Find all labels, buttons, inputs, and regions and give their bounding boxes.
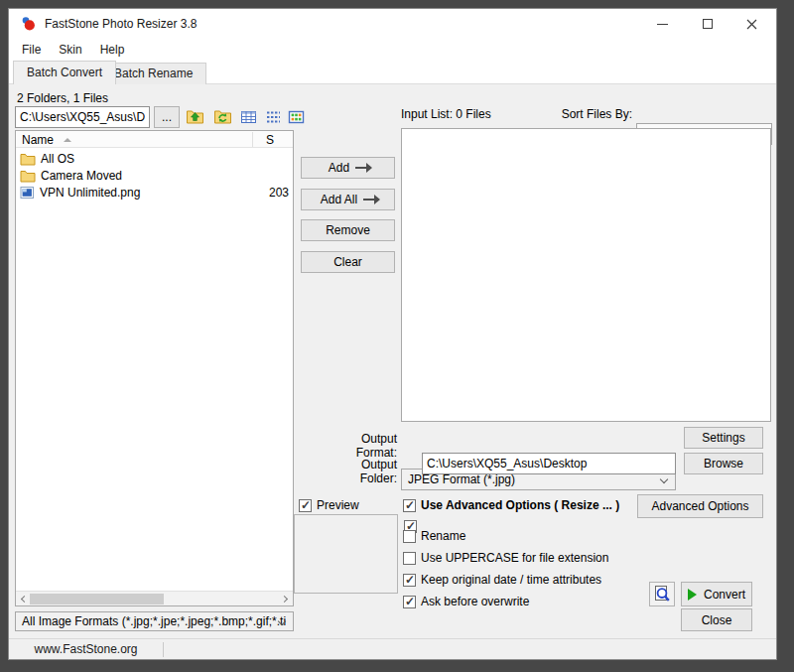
- uppercase-option[interactable]: Use UPPERCASE for file extension: [403, 551, 608, 565]
- file-list[interactable]: Name S All OS Camera Moved VPN Unlimited…: [15, 130, 294, 606]
- format-filter-select[interactable]: All Image Formats (*.jpg;*.jpe;*.jpeg;*.…: [15, 611, 294, 631]
- output-format-value: JPEG Format (*.jpg): [408, 472, 515, 486]
- thumbnail-view-icon: [288, 109, 305, 125]
- sort-ascending-icon: [64, 138, 71, 142]
- rename-option[interactable]: Rename: [403, 529, 465, 543]
- path-browse-button[interactable]: ...: [154, 106, 180, 128]
- format-filter-value: All Image Formats (*.jpg;*.jpe;*.jpeg;*.…: [22, 614, 286, 628]
- tab-batch-rename[interactable]: Batch Rename: [100, 63, 206, 84]
- close-button[interactable]: Close: [681, 608, 752, 631]
- column-size[interactable]: S: [266, 133, 274, 147]
- use-advanced-options-checkbox[interactable]: [403, 499, 416, 512]
- arrow-right-icon: [355, 167, 367, 169]
- keep-date-label: Keep original date / time attributes: [421, 573, 601, 587]
- scrollbar-thumb[interactable]: [30, 594, 164, 605]
- horizontal-scrollbar[interactable]: [16, 591, 293, 605]
- input-list-box[interactable]: [401, 128, 771, 422]
- folder-icon: [20, 169, 36, 183]
- remove-button[interactable]: Remove: [301, 219, 395, 241]
- chevron-left-icon: [21, 595, 28, 602]
- rename-label: Rename: [421, 529, 465, 543]
- app-logo-icon: [21, 16, 37, 32]
- details-view-button[interactable]: [240, 109, 258, 125]
- scroll-right-button[interactable]: [278, 592, 293, 605]
- settings-button[interactable]: Settings: [684, 427, 763, 449]
- file-name: Camera Moved: [41, 169, 122, 183]
- preview-result-button[interactable]: [649, 582, 675, 606]
- dashed-arrow-right-icon: [363, 199, 375, 201]
- file-row[interactable]: All OS: [16, 150, 293, 167]
- refresh-button[interactable]: [213, 108, 233, 126]
- thumbnail-view-button[interactable]: [288, 109, 306, 125]
- file-list-header: Name S: [16, 131, 293, 148]
- window-title: FastStone Photo Resizer 3.8: [45, 17, 197, 31]
- browse-button[interactable]: Browse: [684, 453, 763, 474]
- keep-date-checkbox[interactable]: [403, 574, 416, 587]
- menu-help[interactable]: Help: [91, 41, 134, 59]
- use-advanced-options-label: Use Advanced Options ( Resize ... ): [421, 498, 619, 512]
- sort-files-label: Sort Files By:: [401, 107, 632, 121]
- tab-strip: Batch Convert Batch Rename: [9, 61, 776, 84]
- output-format-label: Output Format:: [323, 432, 397, 460]
- minimize-icon: [657, 24, 668, 25]
- maximize-icon: [703, 19, 713, 29]
- folder-icon: [20, 152, 36, 166]
- folder-up-icon: [186, 108, 204, 125]
- add-label: Add: [329, 161, 349, 175]
- ask-overwrite-checkbox[interactable]: [403, 596, 416, 608]
- add-all-label: Add All: [321, 193, 357, 206]
- file-name: VPN Unlimited.png: [40, 186, 140, 200]
- details-view-icon: [240, 109, 257, 125]
- tab-batch-convert[interactable]: Batch Convert: [13, 61, 116, 84]
- keep-date-option[interactable]: Keep original date / time attributes: [403, 573, 601, 587]
- scroll-left-button[interactable]: [16, 592, 31, 605]
- menu-file[interactable]: File: [13, 41, 50, 59]
- chevron-down-icon: [660, 475, 668, 483]
- menu-skin[interactable]: Skin: [50, 41, 90, 59]
- file-row[interactable]: Camera Moved: [16, 167, 293, 184]
- preview-magnifier-icon: [653, 585, 671, 604]
- close-window-button[interactable]: [729, 9, 774, 39]
- file-size: 203: [269, 186, 289, 200]
- file-row[interactable]: VPN Unlimited.png 203: [16, 184, 293, 201]
- file-name: All OS: [41, 152, 74, 166]
- folder-up-button[interactable]: [186, 108, 205, 126]
- title-bar: FastStone Photo Resizer 3.8: [9, 9, 776, 39]
- column-name[interactable]: Name: [22, 133, 54, 147]
- ask-overwrite-option[interactable]: Ask before overwrite: [403, 595, 529, 608]
- add-all-button[interactable]: Add All: [301, 189, 395, 210]
- advanced-options-option[interactable]: Use Advanced Options ( Resize ... ): [403, 498, 619, 512]
- rename-checkbox[interactable]: [403, 530, 416, 543]
- faststone-link[interactable]: www.FastStone.org: [9, 639, 163, 659]
- uppercase-checkbox[interactable]: [403, 552, 416, 565]
- preview-panel: [294, 514, 398, 594]
- ask-overwrite-label: Ask before overwrite: [421, 595, 529, 608]
- list-view-icon: [265, 109, 282, 125]
- image-file-icon: [20, 186, 35, 200]
- status-divider: [163, 642, 164, 657]
- play-icon: [688, 589, 697, 601]
- advanced-options-button[interactable]: Advanced Options: [637, 494, 763, 518]
- preview-label: Preview: [317, 498, 359, 512]
- uppercase-label: Use UPPERCASE for file extension: [421, 551, 608, 565]
- path-input[interactable]: [15, 106, 150, 128]
- menu-bar: File Skin Help: [9, 39, 776, 61]
- close-icon: [746, 19, 757, 30]
- convert-button[interactable]: Convert: [681, 582, 752, 606]
- minimize-button[interactable]: [640, 9, 685, 39]
- preview-option[interactable]: Preview: [299, 498, 359, 512]
- add-button[interactable]: Add: [301, 157, 395, 179]
- chevron-right-icon: [281, 595, 288, 602]
- maximize-button[interactable]: [685, 9, 729, 39]
- preview-checkbox[interactable]: [299, 499, 312, 512]
- status-bar: www.FastStone.org: [9, 638, 776, 659]
- folder-summary: 2 Folders, 1 Files: [17, 91, 108, 105]
- column-divider[interactable]: [252, 132, 253, 147]
- clear-button[interactable]: Clear: [301, 251, 395, 273]
- folder-refresh-icon: [213, 108, 232, 125]
- convert-label: Convert: [704, 588, 745, 602]
- list-view-button[interactable]: [265, 109, 283, 125]
- output-folder-label: Output Folder:: [323, 458, 397, 485]
- app-window: FastStone Photo Resizer 3.8 File Skin He…: [8, 8, 777, 660]
- output-folder-input[interactable]: [422, 453, 676, 474]
